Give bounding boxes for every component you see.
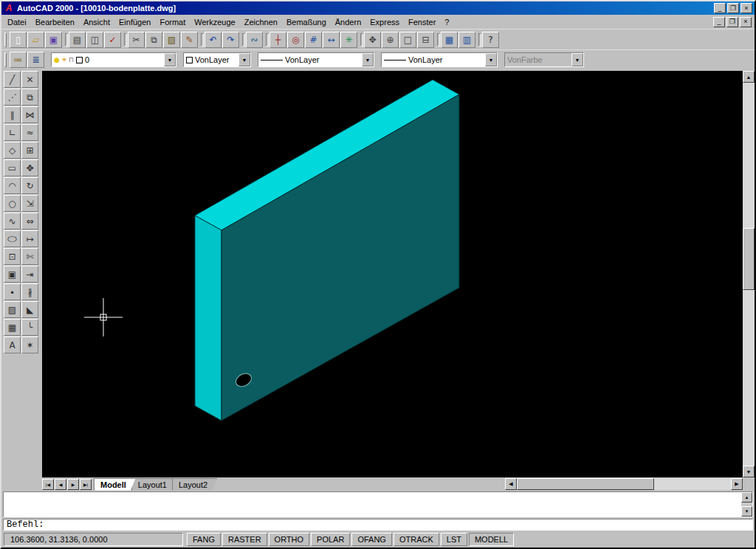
insert-block-button[interactable]: ⊡ (4, 248, 21, 265)
move-button[interactable]: ✥ (21, 159, 38, 176)
lineweight-control[interactable]: VonLayer ▼ (381, 52, 498, 67)
window-restore-button[interactable]: ❐ (727, 3, 739, 13)
menu-zeichnen[interactable]: Zeichnen (240, 16, 282, 28)
make-object-layer-current-button[interactable]: ≔ (10, 52, 27, 68)
print-preview-button[interactable]: ◫ (86, 32, 103, 48)
print-button[interactable]: ▤ (69, 32, 86, 48)
horizontal-scroll-track[interactable] (654, 478, 731, 490)
menu-express[interactable]: Express (365, 16, 404, 28)
paste-button[interactable]: ▨ (163, 32, 180, 48)
document-minimize-button[interactable]: _ (713, 17, 725, 27)
match-properties-button[interactable]: ✎ (181, 32, 198, 48)
spline-button[interactable]: ∿ (4, 213, 21, 229)
spelling-button[interactable]: ✓ (104, 32, 121, 48)
tab-next-button[interactable]: ▶ (67, 479, 79, 490)
break-button[interactable]: ∦ (21, 283, 38, 300)
construction-line-button[interactable]: ⋰ (4, 89, 21, 106)
menu-werkzeuge[interactable]: Werkzeuge (190, 16, 239, 28)
erase-button[interactable]: ✕ (21, 71, 38, 88)
status-toggle-ofang[interactable]: OFANG (351, 533, 392, 546)
lengthen-button[interactable]: ↦ (21, 230, 38, 247)
tab-layout1[interactable]: Layout1 (131, 478, 176, 491)
make-block-button[interactable]: ▣ (4, 266, 21, 283)
window-minimize-button[interactable]: _ (714, 3, 726, 13)
command-prompt[interactable]: Befehl: (3, 519, 753, 531)
window-close-button[interactable]: × (740, 3, 752, 13)
stretch-button[interactable]: ⇔ (21, 213, 38, 229)
menu-bearbeiten[interactable]: Bearbeiten (31, 16, 79, 28)
designcenter-button[interactable]: ▦ (441, 32, 458, 48)
status-toggle-lst[interactable]: LST (441, 533, 467, 546)
snap-from-button[interactable]: ◎ (287, 32, 304, 48)
horizontal-scrollbar[interactable]: ◀ ▶ (505, 478, 743, 490)
menu-ansicht[interactable]: Ansicht (79, 16, 114, 28)
menu-einfuegen[interactable]: Einfügen (114, 16, 155, 28)
status-toggle-polar[interactable]: POLAR (311, 533, 350, 546)
scale-button[interactable]: ⇲ (21, 195, 38, 212)
redraw-button[interactable]: ✳ (340, 32, 357, 48)
color-control-dropdown-button[interactable]: ▼ (238, 53, 250, 66)
rectangle-button[interactable]: ▭ (4, 159, 21, 176)
status-toggle-ortho[interactable]: ORTHO (269, 533, 310, 546)
explode-button[interactable]: ✶ (21, 336, 38, 353)
pan-realtime-button[interactable]: ✥ (364, 32, 381, 48)
new-button[interactable]: ▯ (10, 32, 27, 48)
zoom-realtime-button[interactable]: ⊕ (382, 32, 399, 48)
app-icon[interactable]: A (4, 3, 14, 13)
command-scroll-up-button[interactable]: ▲ (741, 492, 752, 503)
hatch-button[interactable]: ▨ (4, 301, 21, 318)
scroll-left-button[interactable]: ◀ (505, 478, 517, 490)
help-button[interactable]: ? (482, 32, 499, 48)
drawing-viewport[interactable] (42, 71, 743, 477)
menu-bemassung[interactable]: Bemaßung (282, 16, 331, 28)
scroll-right-button[interactable]: ▶ (731, 478, 743, 490)
scroll-up-button[interactable]: ▲ (743, 71, 755, 83)
arc-button[interactable]: ◠ (4, 177, 21, 194)
extend-button[interactable]: ⇥ (21, 266, 38, 283)
document-restore-button[interactable]: ❐ (726, 17, 738, 27)
save-button[interactable]: ▣ (45, 32, 62, 48)
cut-button[interactable]: ✂ (128, 32, 145, 48)
command-scrollbar[interactable]: ▲ ▼ (741, 492, 752, 517)
lineweight-control-dropdown-button[interactable]: ▼ (485, 53, 497, 66)
toolbar-grip[interactable] (4, 32, 7, 47)
command-scroll-down-button[interactable]: ▼ (741, 506, 752, 517)
menu-aendern[interactable]: Ändern (331, 16, 365, 28)
vertical-scrollbar[interactable]: ▲ ▼ (743, 71, 755, 477)
zoom-window-button[interactable]: □ (399, 32, 416, 48)
tab-layout2[interactable]: Layout2 (172, 478, 217, 491)
multiline-button[interactable]: ∥ (4, 106, 21, 123)
zoom-previous-button[interactable]: ⊟ (417, 32, 434, 48)
vertical-scrollbar-thumb[interactable] (743, 228, 755, 290)
horizontal-scrollbar-thumb[interactable] (517, 478, 654, 490)
linetype-control[interactable]: VonLayer ▼ (258, 52, 374, 67)
tab-prev-button[interactable]: ◀ (55, 479, 66, 490)
layers-button[interactable]: ≣ (27, 52, 44, 68)
rotate-button[interactable]: ↻ (21, 177, 38, 194)
open-button[interactable]: ▱ (27, 32, 44, 48)
status-toggle-raster[interactable]: RASTER (222, 533, 267, 546)
tab-first-button[interactable]: |◀ (42, 479, 54, 490)
menu-datei[interactable]: Datei (3, 16, 31, 28)
distance-button[interactable]: ↔ (323, 32, 340, 48)
menu-fenster[interactable]: Fenster (404, 16, 440, 28)
menu-hilfe[interactable]: ? (440, 16, 453, 28)
color-control[interactable]: VonLayer ▼ (183, 52, 251, 67)
copy-button[interactable]: ⧉ (145, 32, 162, 48)
layer-control-dropdown-button[interactable]: ▼ (164, 53, 176, 66)
vertical-scroll-track[interactable] (743, 83, 755, 466)
copy-object-button[interactable]: ⧉ (21, 89, 38, 106)
mtext-button[interactable]: A (4, 336, 21, 353)
polyline-button[interactable]: ∟ (4, 124, 21, 141)
scroll-down-button[interactable]: ▼ (743, 466, 755, 477)
line-button[interactable]: ╱ (4, 71, 21, 88)
status-toggle-fang[interactable]: FANG (187, 533, 221, 546)
tracking-button[interactable]: ┼ (269, 32, 286, 48)
toolbar-grip-2[interactable] (4, 52, 7, 67)
menu-format[interactable]: Format (155, 16, 190, 28)
command-history[interactable]: [2D-Drahtkörper/3D-Drahtkörper/Verdeckt/… (3, 491, 753, 517)
region-button[interactable]: ▦ (4, 319, 21, 336)
mirror-button[interactable]: ⋈ (21, 106, 38, 123)
status-toggle-modell[interactable]: MODELL (469, 533, 514, 546)
trim-button[interactable]: ✄ (21, 248, 38, 265)
